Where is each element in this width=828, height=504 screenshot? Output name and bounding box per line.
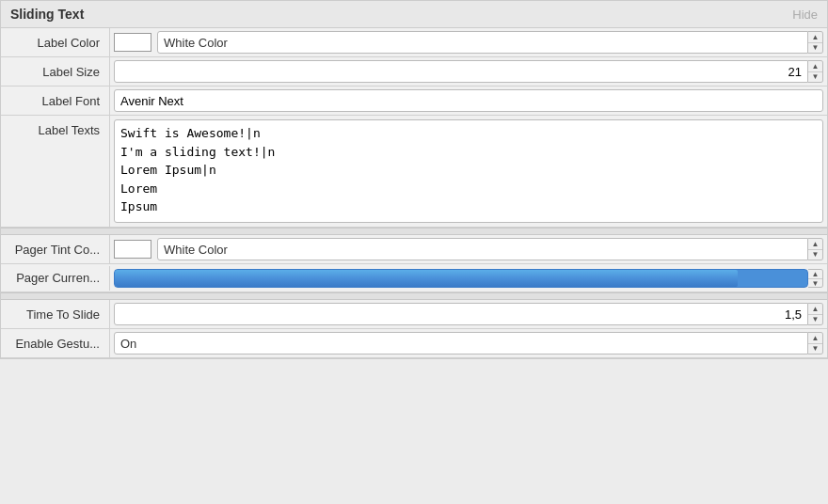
section-divider — [1, 228, 827, 235]
label-font-input[interactable] — [114, 89, 823, 112]
enable-gesture-row: Enable Gestu... On ▲ ▼ — [1, 329, 827, 358]
label-color-stepper-down[interactable]: ▼ — [808, 43, 822, 54]
label-color-row: Label Color White Color ▲ ▼ — [1, 28, 827, 57]
label-size-input-wrapper: ▲ ▼ — [114, 60, 823, 83]
time-to-slide-stepper[interactable]: ▲ ▼ — [808, 303, 823, 325]
label-size-input[interactable] — [114, 60, 808, 83]
pager-current-row: Pager Curren... ▲ ▼ — [1, 264, 827, 292]
label-color-select-wrapper: White Color ▲ ▼ — [157, 31, 823, 54]
pager-tint-swatch-wrapper: White Color ▲ ▼ — [114, 238, 823, 260]
pager-tint-stepper-up[interactable]: ▲ — [808, 239, 822, 250]
label-size-control: ▲ ▼ — [109, 57, 827, 86]
section-divider-2 — [1, 292, 827, 300]
pager-tint-label: Pager Tint Co... — [1, 237, 109, 262]
time-to-slide-input-wrapper: ▲ ▼ — [114, 303, 823, 325]
time-to-slide-row: Time To Slide ▲ ▼ — [1, 300, 827, 329]
pager-tint-swatch[interactable] — [114, 240, 151, 259]
label-texts-label: Label Texts — [1, 116, 109, 143]
time-to-slide-stepper-up[interactable]: ▲ — [808, 304, 822, 315]
pager-tint-control: White Color ▲ ▼ — [109, 235, 827, 263]
panel-title: Sliding Text — [10, 7, 84, 22]
pager-current-stepper-down[interactable]: ▼ — [808, 279, 822, 288]
label-color-stepper-up[interactable]: ▲ — [808, 32, 822, 43]
label-size-stepper-up[interactable]: ▲ — [808, 61, 822, 72]
label-color-label: Label Color — [1, 30, 109, 55]
time-to-slide-stepper-down[interactable]: ▼ — [808, 315, 822, 325]
time-to-slide-control: ▲ ▼ — [109, 300, 827, 328]
pager-tint-stepper-down[interactable]: ▼ — [808, 250, 822, 260]
enable-gesture-stepper-down[interactable]: ▼ — [808, 344, 822, 354]
label-size-label: Label Size — [1, 59, 109, 85]
pager-current-slider[interactable] — [114, 269, 808, 288]
pager-tint-stepper[interactable]: ▲ ▼ — [808, 238, 823, 260]
time-to-slide-input[interactable] — [114, 303, 808, 325]
slider-fill — [115, 270, 738, 287]
hide-button[interactable]: Hide — [792, 8, 818, 22]
enable-gesture-select-wrapper: On ▲ ▼ — [114, 332, 823, 354]
pager-current-control: ▲ ▼ — [109, 266, 827, 291]
pager-current-stepper[interactable]: ▲ ▼ — [808, 269, 823, 288]
enable-gesture-value[interactable]: On — [114, 332, 808, 354]
label-size-stepper[interactable]: ▲ ▼ — [808, 60, 823, 83]
label-size-row: Label Size ▲ ▼ — [1, 57, 827, 87]
pager-tint-value[interactable]: White Color — [157, 238, 808, 260]
enable-gesture-stepper-up[interactable]: ▲ — [808, 333, 822, 344]
enable-gesture-label: Enable Gestu... — [1, 331, 109, 356]
pager-tint-select-wrapper: White Color ▲ ▼ — [157, 238, 823, 260]
enable-gesture-stepper[interactable]: ▲ ▼ — [808, 332, 823, 354]
label-color-swatch[interactable] — [114, 33, 151, 52]
label-texts-control: Swift is Awesome!|n I'm a sliding text!|… — [109, 116, 827, 227]
label-size-stepper-down[interactable]: ▼ — [808, 72, 822, 83]
enable-gesture-control: On ▲ ▼ — [109, 329, 827, 357]
sliding-text-panel: Sliding Text Hide Label Color White Colo… — [0, 0, 828, 359]
color-swatch-wrapper: White Color ▲ ▼ — [114, 31, 823, 54]
panel-header: Sliding Text Hide — [1, 1, 827, 28]
pager-current-slider-wrapper: ▲ ▼ — [114, 269, 823, 288]
label-texts-textarea[interactable]: Swift is Awesome!|n I'm a sliding text!|… — [114, 119, 823, 223]
label-font-control — [109, 87, 827, 115]
label-color-control: White Color ▲ ▼ — [109, 28, 827, 56]
label-font-row: Label Font — [1, 87, 827, 116]
pager-current-stepper-up[interactable]: ▲ — [808, 270, 822, 279]
pager-tint-row: Pager Tint Co... White Color ▲ ▼ — [1, 235, 827, 264]
label-font-label: Label Font — [1, 88, 109, 114]
label-color-value[interactable]: White Color — [157, 31, 808, 54]
label-texts-row: Label Texts Swift is Awesome!|n I'm a sl… — [1, 116, 827, 228]
label-color-stepper[interactable]: ▲ ▼ — [808, 31, 823, 54]
pager-current-label: Pager Curren... — [1, 265, 109, 291]
time-to-slide-label: Time To Slide — [1, 302, 109, 327]
